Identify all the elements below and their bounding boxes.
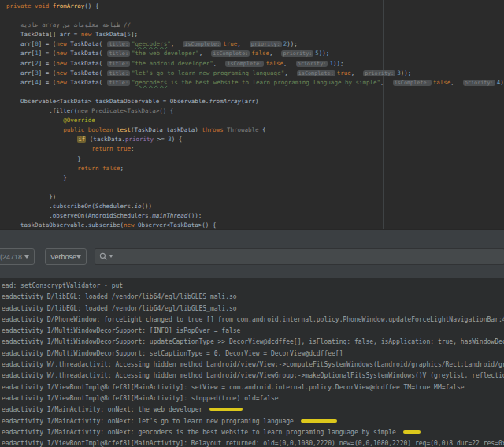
- code-line: arr[2] = (new TaskData( title:"the andro…: [6, 59, 504, 69]
- code-line: public boolean test(TaskData taskData) t…: [6, 125, 504, 135]
- code-line: [6, 11, 504, 20]
- code-line: // طباعة معلومات من array عادية: [6, 20, 504, 30]
- code-line: arr[1] = (new TaskData( title:"the web d…: [6, 49, 504, 58]
- code-line: private void fromArray() {: [6, 2, 504, 11]
- code-line: [6, 183, 504, 192]
- log-line: eadactivity I/MainActivity: onNext: the …: [2, 404, 504, 415]
- logcat-panel: y (24718 Verbose: [0, 229, 504, 278]
- code-line: return true;: [6, 144, 504, 154]
- log-line: eadactivity I/ViewRootImpl@8cfef81[MainA…: [2, 382, 504, 393]
- process-dropdown[interactable]: y (24718: [0, 248, 35, 265]
- log-line: eadactivity D/libEGL: loaded /vendor/lib…: [2, 304, 504, 315]
- log-line: eadactivity D/PhoneWindow: forceLight ch…: [2, 315, 504, 326]
- code-area: private void fromArray() { // طباعة معلو…: [6, 2, 504, 229]
- log-line: eadactivity D/libEGL: loaded /vendor/lib…: [2, 292, 504, 303]
- code-line: .filter(new Predicate<TaskData>() {: [6, 106, 504, 116]
- chevron-down-icon: [76, 255, 81, 259]
- log-line: eadactivity I/MainActivity: onNext: geoc…: [2, 427, 504, 438]
- log-line: eadactivity D/MultiWindowDecorSupport: s…: [2, 348, 504, 359]
- process-dropdown-count: (24718: [0, 253, 22, 261]
- code-line: [6, 88, 504, 97]
- code-line: arr[0] = (new TaskData( title:"geecoders…: [6, 39, 504, 49]
- logcat-search[interactable]: [94, 248, 504, 265]
- search-icon: [99, 252, 108, 261]
- code-line: TaskData[] arr = new TaskData[5];: [6, 30, 504, 39]
- log-line: ead: setConscryptValidator - put: [2, 281, 504, 292]
- log-level-dropdown-label: Verbose: [50, 253, 76, 261]
- log-line: eadactivity I/ViewRootImpl@8cfef81[MainA…: [2, 438, 504, 447]
- highlight-bar: [209, 408, 243, 411]
- code-line: arr[4] = (new TaskData( title:"geocoders…: [6, 78, 504, 88]
- log-output: ead: setConscryptValidator - puteadactiv…: [0, 278, 504, 447]
- code-line: @Override: [6, 116, 504, 125]
- log-line: eadactivity I/MultiWindowDecorSupport: u…: [2, 337, 504, 348]
- code-line: if (taskData.priority >= 3) {: [6, 135, 504, 144]
- code-line: }: [6, 155, 504, 164]
- code-line: }): [6, 192, 504, 202]
- code-line: taskDataObservable.subscribe(new Observe…: [6, 221, 504, 229]
- code-line: return false;: [6, 164, 504, 173]
- search-input[interactable]: [114, 249, 504, 264]
- log-level-dropdown[interactable]: Verbose: [45, 248, 87, 265]
- search-options-chevron-icon: [109, 255, 113, 258]
- code-line: .subscribeOn(Schedulers.io()): [6, 202, 504, 211]
- log-line: eadactivity I/ViewRootImpl@8cfef81[MainA…: [2, 393, 504, 404]
- highlight-bar: [301, 419, 337, 423]
- code-line: Observable<TaskData> taskDataObservable …: [6, 97, 504, 106]
- log-line: eadactivity W/.threadactivit: Accessing …: [2, 371, 504, 382]
- log-line: eadactivity I/MainActivity: onNext: let'…: [2, 416, 504, 427]
- log-line: eadactivity I/MultiWindowDecorSupport: […: [2, 326, 504, 337]
- code-editor[interactable]: private void fromArray() { // طباعة معلو…: [0, 0, 504, 229]
- code-line: arr[3] = (new TaskData( title:"let's go …: [6, 69, 504, 78]
- log-line: eadactivity W/.threadactivit: Accessing …: [2, 359, 504, 371]
- code-line: }: [6, 173, 504, 183]
- code-line: .observeOn(AndroidSchedulers.mainThread(…: [6, 211, 504, 221]
- chevron-down-icon: [24, 255, 29, 259]
- highlight-bar: [403, 430, 421, 434]
